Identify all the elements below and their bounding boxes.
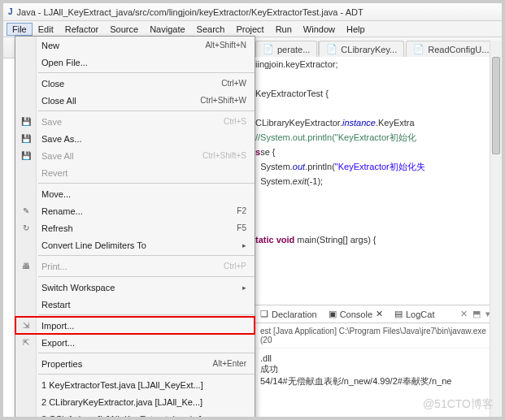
console-panel: ❏Declaration ▣Console ✕ ▤LogCat ✕ ⬒ ▾ es…: [255, 305, 495, 410]
menu-item-convert-line-delimiters-to[interactable]: Convert Line Delimiters To▸: [15, 236, 255, 253]
menu-navigate[interactable]: Navigate: [144, 23, 190, 36]
menu-shortcut: Ctrl+Shift+W: [200, 96, 246, 105]
menu-item-label: Refresh: [41, 223, 73, 233]
menu-item-icon: ✎: [20, 205, 33, 218]
java-icon: J: [8, 7, 13, 16]
tab-console[interactable]: ▣Console ✕: [329, 309, 383, 319]
java-file-icon: 📄: [413, 44, 424, 54]
menu-item-icon: 🖶: [20, 260, 33, 273]
menu-item-label: Revert: [41, 168, 67, 178]
menu-run[interactable]: Run: [270, 23, 298, 36]
tab-readconfig[interactable]: 📄ReadConfigU...: [406, 41, 494, 57]
menu-item-rename[interactable]: ✎Rename...F2: [15, 202, 255, 219]
menu-item-close-all[interactable]: Close AllCtrl+Shift+W: [15, 92, 255, 109]
console-tool-icon[interactable]: ⬒: [472, 309, 481, 319]
menu-item-label: Save As...: [41, 134, 82, 144]
menu-item-icon: 💾: [20, 115, 33, 128]
menu-help[interactable]: Help: [341, 23, 371, 36]
submenu-arrow-icon: ▸: [242, 284, 246, 292]
menu-item-label: Properties: [41, 359, 82, 369]
menu-item-label: Import...: [41, 321, 74, 331]
menu-item-revert: Revert: [15, 164, 255, 181]
menu-item-restart[interactable]: Restart: [15, 296, 255, 313]
menu-item-label: 1 KeyExtractorTest.java [LJAll_KeyExt...…: [41, 380, 203, 390]
menu-item-switch-workspace[interactable]: Switch Workspace▸: [15, 279, 255, 296]
submenu-arrow-icon: ▸: [242, 241, 246, 249]
vertical-scrollbar[interactable]: [490, 41, 502, 417]
java-file-icon: 📄: [326, 44, 337, 54]
console-process-info: est [Java Application] C:\Program Files\…: [255, 323, 495, 349]
menu-item-print: 🖶Print...Ctrl+P: [15, 258, 255, 275]
java-file-icon: 📄: [263, 44, 274, 54]
menu-item-label: Close: [41, 79, 64, 89]
menu-item-new[interactable]: NewAlt+Shift+N: [15, 37, 255, 54]
menu-file[interactable]: File: [7, 23, 33, 36]
scrollbar-thumb[interactable]: [492, 57, 500, 154]
menu-item-label: Rename...: [41, 206, 83, 216]
console-tool-icon[interactable]: ✕: [460, 309, 468, 319]
menu-item-label: Save: [41, 117, 62, 127]
menu-item-label: Restart: [41, 300, 70, 310]
code-editor[interactable]: iingjoin.keyExtractor; KeyExtractorTest …: [255, 57, 495, 309]
menu-item-icon: ↻: [20, 222, 33, 235]
console-output[interactable]: .dll 成功 54/14#无偿献血表彰/n_new/4.99/2#奉献奖/n_…: [255, 349, 495, 392]
menu-item-label: Switch Workspace: [41, 283, 115, 292]
menu-item-label: Convert Line Delimiters To: [41, 240, 146, 250]
menu-shortcut: Ctrl+Shift+S: [202, 151, 246, 160]
menu-item-import[interactable]: ⇲Import...: [15, 317, 255, 334]
menu-item-label: Close All: [41, 96, 76, 106]
menu-item-refresh[interactable]: ↻RefreshF5: [15, 219, 255, 236]
editor-tabs: 📄perate... 📄CLibraryKey... 📄ReadConfigU.…: [255, 39, 494, 57]
menu-bar[interactable]: File Edit Refactor Source Navigate Searc…: [3, 21, 502, 37]
menu-item-label: Open File...: [41, 58, 88, 67]
menu-item-open-file[interactable]: Open File...: [15, 54, 255, 71]
menu-item-move[interactable]: Move...: [15, 185, 255, 202]
menu-item-label: 3 OSinfo.java [LJAll_KeyExtract_java/...…: [41, 414, 202, 421]
menu-item-properties[interactable]: PropertiesAlt+Enter: [15, 355, 255, 372]
menu-item-2-clibrarykeyextractor-java-ljall-ke[interactable]: 2 CLibraryKeyExtractor.java [LJAll_Ke...…: [15, 393, 255, 410]
menu-source[interactable]: Source: [104, 23, 144, 36]
menu-item-3-osinfo-java-ljall-keyextract-java[interactable]: 3 OSinfo.java [LJAll_KeyExtract_java/...…: [15, 410, 255, 420]
menu-item-label: Print...: [41, 262, 67, 271]
menu-item-save: 💾SaveCtrl+S: [15, 113, 255, 130]
menu-item-label: Save All: [41, 151, 74, 161]
tab-logcat[interactable]: ▤LogCat: [394, 309, 434, 319]
tab-declaration[interactable]: ❏Declaration: [260, 309, 317, 319]
menu-item-icon: ⇱: [20, 336, 33, 349]
menu-item-label: Export...: [41, 338, 75, 348]
menu-item-save-as[interactable]: 💾Save As...: [15, 130, 255, 147]
console-tabs: ❏Declaration ▣Console ✕ ▤LogCat ✕ ⬒ ▾: [255, 305, 495, 323]
menu-edit[interactable]: Edit: [33, 23, 59, 36]
menu-item-save-all: 💾Save AllCtrl+Shift+S: [15, 147, 255, 164]
menu-item-label: Move...: [41, 189, 71, 199]
menu-item-label: New: [41, 41, 59, 50]
menu-item-icon: ⇲: [20, 319, 33, 332]
file-menu-dropdown: NewAlt+Shift+NOpen File...CloseCtrl+WClo…: [15, 36, 255, 420]
menu-shortcut: F5: [237, 223, 246, 232]
title-bar: J Java - LJAll_KeyExtract_java/src/com/l…: [3, 3, 502, 21]
menu-item-icon: 💾: [20, 149, 33, 162]
menu-item-1-keyextractortest-java-ljall-keyext[interactable]: 1 KeyExtractorTest.java [LJAll_KeyExt...…: [15, 376, 255, 393]
menu-shortcut: Ctrl+W: [221, 79, 246, 88]
logcat-icon: ▤: [394, 309, 403, 319]
menu-item-label: 2 CLibraryKeyExtractor.java [LJAll_Ke...…: [41, 397, 202, 407]
menu-item-export[interactable]: ⇱Export...: [15, 334, 255, 351]
menu-project[interactable]: Project: [230, 23, 269, 36]
tab-operate[interactable]: 📄perate...: [255, 41, 317, 57]
menu-refactor[interactable]: Refactor: [59, 23, 105, 36]
watermark: @51CTO博客: [423, 397, 494, 412]
menu-window[interactable]: Window: [298, 23, 341, 36]
menu-shortcut: Ctrl+P: [224, 262, 246, 271]
declaration-icon: ❏: [260, 309, 268, 319]
tab-clibrary[interactable]: 📄CLibraryKey...: [319, 41, 404, 57]
menu-item-close[interactable]: CloseCtrl+W: [15, 75, 255, 92]
menu-shortcut: F2: [237, 206, 246, 215]
menu-shortcut: Ctrl+S: [224, 117, 246, 126]
menu-shortcut: Alt+Shift+N: [205, 41, 246, 50]
console-icon: ▣: [329, 309, 337, 319]
menu-search[interactable]: Search: [191, 23, 231, 36]
window-title: Java - LJAll_KeyExtract_java/src/com/lin…: [17, 7, 364, 17]
menu-item-icon: 💾: [20, 132, 33, 145]
menu-shortcut: Alt+Enter: [213, 359, 246, 368]
